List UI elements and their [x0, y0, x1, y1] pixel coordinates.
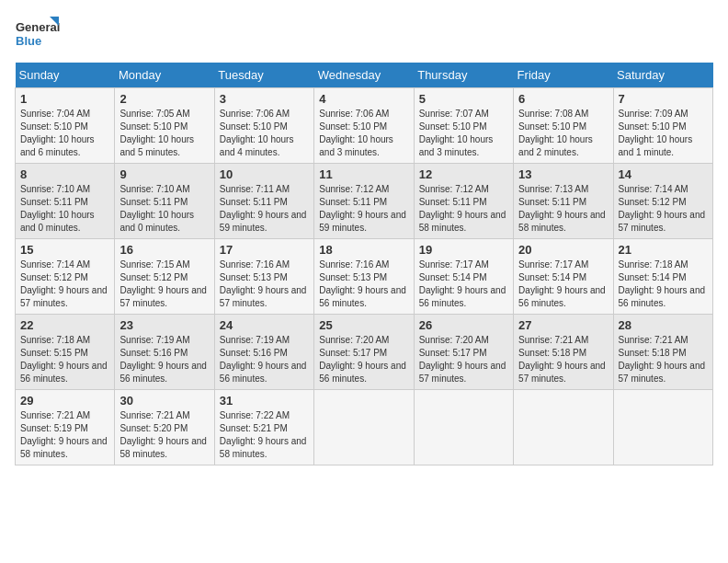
- calendar-cell: 27Sunrise: 7:21 AMSunset: 5:18 PMDayligh…: [514, 315, 613, 390]
- day-info: Sunrise: 7:09 AMSunset: 5:10 PMDaylight:…: [619, 109, 693, 157]
- day-number: 23: [119, 318, 209, 332]
- day-number: 29: [20, 394, 109, 408]
- calendar-cell: 31Sunrise: 7:22 AMSunset: 5:21 PMDayligh…: [214, 390, 313, 465]
- day-number: 13: [518, 167, 608, 181]
- calendar-body: 1Sunrise: 7:04 AMSunset: 5:10 PMDaylight…: [16, 88, 713, 465]
- day-number: 27: [518, 318, 608, 332]
- day-number: 19: [419, 243, 508, 257]
- calendar-cell: 13Sunrise: 7:13 AMSunset: 5:11 PMDayligh…: [514, 164, 613, 239]
- calendar-cell: 24Sunrise: 7:19 AMSunset: 5:16 PMDayligh…: [214, 315, 313, 390]
- day-info: Sunrise: 7:21 AMSunset: 5:18 PMDaylight:…: [518, 335, 606, 384]
- calendar-cell: 25Sunrise: 7:20 AMSunset: 5:17 PMDayligh…: [314, 315, 414, 390]
- calendar-cell: 23Sunrise: 7:19 AMSunset: 5:16 PMDayligh…: [115, 315, 214, 390]
- day-info: Sunrise: 7:10 AMSunset: 5:11 PMDaylight:…: [119, 184, 194, 233]
- day-info: Sunrise: 7:04 AMSunset: 5:10 PMDaylight:…: [20, 109, 95, 157]
- day-header: Saturday: [613, 63, 712, 88]
- day-header: Sunday: [16, 63, 115, 88]
- day-header: Monday: [115, 63, 214, 88]
- calendar-cell: 9Sunrise: 7:10 AMSunset: 5:11 PMDaylight…: [115, 164, 214, 239]
- day-info: Sunrise: 7:12 AMSunset: 5:11 PMDaylight:…: [319, 184, 406, 233]
- calendar-header: SundayMondayTuesdayWednesdayThursdayFrid…: [16, 63, 713, 88]
- day-info: Sunrise: 7:19 AMSunset: 5:16 PMDaylight:…: [220, 335, 307, 384]
- day-header: Wednesday: [314, 63, 414, 88]
- day-info: Sunrise: 7:10 AMSunset: 5:11 PMDaylight:…: [20, 184, 95, 233]
- day-info: Sunrise: 7:17 AMSunset: 5:14 PMDaylight:…: [419, 259, 506, 308]
- svg-text:Blue: Blue: [16, 34, 41, 48]
- calendar-cell: [514, 390, 613, 465]
- day-info: Sunrise: 7:16 AMSunset: 5:13 PMDaylight:…: [220, 259, 307, 308]
- day-header: Friday: [514, 63, 613, 88]
- day-header: Tuesday: [214, 63, 313, 88]
- day-number: 5: [419, 92, 508, 106]
- day-info: Sunrise: 7:06 AMSunset: 5:10 PMDaylight:…: [319, 109, 393, 157]
- day-info: Sunrise: 7:11 AMSunset: 5:11 PMDaylight:…: [220, 184, 307, 233]
- day-info: Sunrise: 7:22 AMSunset: 5:21 PMDaylight:…: [220, 410, 307, 459]
- calendar-table: SundayMondayTuesdayWednesdayThursdayFrid…: [15, 63, 713, 465]
- calendar-cell: [414, 390, 513, 465]
- day-number: 14: [619, 167, 708, 181]
- day-info: Sunrise: 7:20 AMSunset: 5:17 PMDaylight:…: [319, 335, 406, 384]
- calendar-cell: 8Sunrise: 7:10 AMSunset: 5:11 PMDaylight…: [16, 164, 115, 239]
- calendar-week-row: 1Sunrise: 7:04 AMSunset: 5:10 PMDaylight…: [16, 88, 713, 164]
- day-info: Sunrise: 7:19 AMSunset: 5:16 PMDaylight:…: [119, 335, 207, 384]
- day-number: 1: [20, 92, 109, 106]
- day-info: Sunrise: 7:05 AMSunset: 5:10 PMDaylight:…: [119, 109, 194, 157]
- calendar-cell: 12Sunrise: 7:12 AMSunset: 5:11 PMDayligh…: [414, 164, 513, 239]
- day-number: 25: [319, 318, 408, 332]
- day-number: 21: [619, 243, 708, 257]
- calendar-cell: 4Sunrise: 7:06 AMSunset: 5:10 PMDaylight…: [314, 88, 414, 164]
- calendar-cell: [613, 390, 712, 465]
- day-info: Sunrise: 7:21 AMSunset: 5:19 PMDaylight:…: [20, 410, 108, 459]
- day-info: Sunrise: 7:17 AMSunset: 5:14 PMDaylight:…: [518, 259, 606, 308]
- day-number: 24: [220, 318, 309, 332]
- day-info: Sunrise: 7:12 AMSunset: 5:11 PMDaylight:…: [419, 184, 506, 233]
- calendar-cell: 17Sunrise: 7:16 AMSunset: 5:13 PMDayligh…: [214, 239, 313, 315]
- calendar-cell: 2Sunrise: 7:05 AMSunset: 5:10 PMDaylight…: [115, 88, 214, 164]
- calendar-cell: 16Sunrise: 7:15 AMSunset: 5:12 PMDayligh…: [115, 239, 214, 315]
- calendar-week-row: 8Sunrise: 7:10 AMSunset: 5:11 PMDaylight…: [16, 164, 713, 239]
- calendar-cell: 28Sunrise: 7:21 AMSunset: 5:18 PMDayligh…: [613, 315, 712, 390]
- calendar-cell: 21Sunrise: 7:18 AMSunset: 5:14 PMDayligh…: [613, 239, 712, 315]
- day-number: 16: [119, 243, 209, 257]
- day-number: 28: [619, 318, 708, 332]
- day-number: 22: [20, 318, 109, 332]
- day-number: 2: [119, 92, 209, 106]
- calendar-cell: 30Sunrise: 7:21 AMSunset: 5:20 PMDayligh…: [115, 390, 214, 465]
- day-info: Sunrise: 7:13 AMSunset: 5:11 PMDaylight:…: [518, 184, 606, 233]
- day-info: Sunrise: 7:18 AMSunset: 5:15 PMDaylight:…: [20, 335, 108, 384]
- calendar-cell: 11Sunrise: 7:12 AMSunset: 5:11 PMDayligh…: [314, 164, 414, 239]
- day-info: Sunrise: 7:14 AMSunset: 5:12 PMDaylight:…: [20, 259, 108, 308]
- svg-text:General: General: [16, 20, 60, 34]
- day-info: Sunrise: 7:14 AMSunset: 5:12 PMDaylight:…: [619, 184, 706, 233]
- logo-svg: General Blue: [15, 15, 61, 55]
- calendar-cell: 10Sunrise: 7:11 AMSunset: 5:11 PMDayligh…: [214, 164, 313, 239]
- calendar-cell: [314, 390, 414, 465]
- calendar-cell: 20Sunrise: 7:17 AMSunset: 5:14 PMDayligh…: [514, 239, 613, 315]
- day-header: Thursday: [414, 63, 513, 88]
- day-info: Sunrise: 7:21 AMSunset: 5:18 PMDaylight:…: [619, 335, 706, 384]
- calendar-cell: 29Sunrise: 7:21 AMSunset: 5:19 PMDayligh…: [16, 390, 115, 465]
- calendar-cell: 19Sunrise: 7:17 AMSunset: 5:14 PMDayligh…: [414, 239, 513, 315]
- day-number: 4: [319, 92, 408, 106]
- day-number: 7: [619, 92, 708, 106]
- day-number: 31: [220, 394, 309, 408]
- calendar-week-row: 29Sunrise: 7:21 AMSunset: 5:19 PMDayligh…: [16, 390, 713, 465]
- calendar-week-row: 22Sunrise: 7:18 AMSunset: 5:15 PMDayligh…: [16, 315, 713, 390]
- page-header: General Blue: [15, 15, 713, 55]
- logo: General Blue: [15, 15, 61, 55]
- day-number: 17: [220, 243, 309, 257]
- calendar-cell: 15Sunrise: 7:14 AMSunset: 5:12 PMDayligh…: [16, 239, 115, 315]
- calendar-cell: 1Sunrise: 7:04 AMSunset: 5:10 PMDaylight…: [16, 88, 115, 164]
- day-number: 18: [319, 243, 408, 257]
- calendar-cell: 22Sunrise: 7:18 AMSunset: 5:15 PMDayligh…: [16, 315, 115, 390]
- day-info: Sunrise: 7:20 AMSunset: 5:17 PMDaylight:…: [419, 335, 506, 384]
- day-info: Sunrise: 7:07 AMSunset: 5:10 PMDaylight:…: [419, 109, 494, 157]
- day-number: 26: [419, 318, 508, 332]
- day-info: Sunrise: 7:15 AMSunset: 5:12 PMDaylight:…: [119, 259, 207, 308]
- calendar-cell: 3Sunrise: 7:06 AMSunset: 5:10 PMDaylight…: [214, 88, 313, 164]
- day-number: 9: [119, 167, 209, 181]
- day-number: 3: [220, 92, 309, 106]
- calendar-cell: 7Sunrise: 7:09 AMSunset: 5:10 PMDaylight…: [613, 88, 712, 164]
- calendar-cell: 14Sunrise: 7:14 AMSunset: 5:12 PMDayligh…: [613, 164, 712, 239]
- day-info: Sunrise: 7:18 AMSunset: 5:14 PMDaylight:…: [619, 259, 706, 308]
